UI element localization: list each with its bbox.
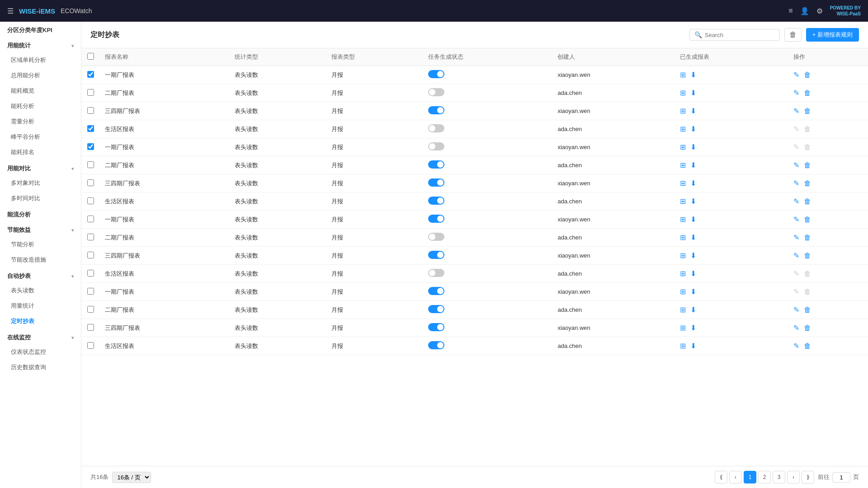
- edit-icon[interactable]: ✎: [793, 305, 799, 314]
- menu-icon[interactable]: ☰: [7, 7, 14, 15]
- page-btn-1[interactable]: 1: [744, 471, 756, 483]
- sidebar-item-peak-analysis[interactable]: 峰平谷分析: [0, 129, 81, 145]
- edit-icon[interactable]: ✎: [793, 143, 799, 151]
- row-checkbox[interactable]: [87, 234, 94, 240]
- sidebar-item-energy-rank[interactable]: 能耗排名: [0, 145, 81, 160]
- sidebar-item-header-reading[interactable]: 表头读数: [0, 283, 81, 298]
- sidebar-item-history-query[interactable]: 历史数据查询: [0, 360, 81, 375]
- delete-icon[interactable]: 🗑: [804, 125, 811, 133]
- sidebar-item-scheduled-meter[interactable]: 定时抄表: [0, 314, 81, 329]
- user-icon[interactable]: 👤: [800, 7, 809, 15]
- sidebar-item-energy-overview[interactable]: 能耗概览: [0, 83, 81, 99]
- delete-icon[interactable]: 🗑: [804, 107, 811, 115]
- row-checkbox[interactable]: [87, 270, 94, 277]
- delete-icon[interactable]: 🗑: [804, 71, 811, 79]
- sidebar-item-multi-time[interactable]: 多时间对比: [0, 191, 81, 206]
- download-icon[interactable]: ⬇: [690, 70, 696, 79]
- row-checkbox[interactable]: [87, 197, 94, 204]
- page-btn-3[interactable]: 3: [773, 471, 785, 483]
- edit-icon[interactable]: ✎: [793, 342, 799, 350]
- download-icon[interactable]: ⬇: [690, 143, 696, 151]
- edit-icon[interactable]: ✎: [793, 161, 799, 169]
- edit-icon[interactable]: ✎: [793, 287, 799, 296]
- page-prev-btn[interactable]: ‹: [729, 471, 742, 483]
- view-icon[interactable]: ⊞: [680, 179, 686, 188]
- download-icon[interactable]: ⬇: [690, 233, 696, 242]
- sidebar-item-multi-object[interactable]: 多对象对比: [0, 175, 81, 191]
- sidebar-item-total-energy[interactable]: 总用能分析: [0, 68, 81, 83]
- delete-icon[interactable]: 🗑: [804, 306, 811, 314]
- delete-icon[interactable]: 🗑: [804, 342, 811, 350]
- sidebar-item-demand-analysis[interactable]: 需量分析: [0, 114, 81, 129]
- page-first-btn[interactable]: ⟪: [715, 471, 727, 483]
- view-icon[interactable]: ⊞: [680, 161, 686, 169]
- sidebar-section-efficiency[interactable]: 节能效益 ▾: [0, 221, 81, 237]
- sidebar-item-zone-analysis[interactable]: 区域单耗分析: [0, 52, 81, 68]
- view-icon[interactable]: ⊞: [680, 70, 686, 79]
- goto-input[interactable]: [832, 472, 850, 483]
- edit-icon[interactable]: ✎: [793, 179, 799, 188]
- view-icon[interactable]: ⊞: [680, 251, 686, 260]
- view-icon[interactable]: ⊞: [680, 107, 686, 115]
- download-icon[interactable]: ⬇: [690, 342, 696, 350]
- delete-icon[interactable]: 🗑: [804, 179, 811, 188]
- edit-icon[interactable]: ✎: [793, 251, 799, 260]
- page-next-btn[interactable]: ›: [787, 471, 800, 483]
- view-icon[interactable]: ⊞: [680, 125, 686, 133]
- delete-icon[interactable]: 🗑: [804, 216, 811, 224]
- page-btn-2[interactable]: 2: [758, 471, 771, 483]
- delete-icon[interactable]: 🗑: [804, 234, 811, 242]
- delete-icon[interactable]: 🗑: [804, 143, 811, 151]
- delete-icon[interactable]: 🗑: [804, 197, 811, 206]
- delete-icon[interactable]: 🗑: [804, 161, 811, 169]
- row-checkbox[interactable]: [87, 107, 94, 114]
- row-checkbox[interactable]: [87, 342, 94, 349]
- view-icon[interactable]: ⊞: [680, 233, 686, 242]
- sidebar-section-kpi[interactable]: 分区分类年度KPI: [0, 22, 81, 37]
- row-checkbox[interactable]: [87, 71, 94, 78]
- delete-button[interactable]: 🗑: [784, 28, 802, 42]
- row-checkbox[interactable]: [87, 288, 94, 295]
- download-icon[interactable]: ⬇: [690, 161, 696, 169]
- view-icon[interactable]: ⊞: [680, 89, 686, 97]
- edit-icon[interactable]: ✎: [793, 70, 799, 79]
- download-icon[interactable]: ⬇: [690, 107, 696, 115]
- select-all-checkbox[interactable]: [87, 53, 94, 60]
- sidebar-item-energy-analysis[interactable]: 能耗分析: [0, 99, 81, 114]
- sidebar-item-meter-status[interactable]: 仪表状态监控: [0, 344, 81, 360]
- row-checkbox[interactable]: [87, 125, 94, 132]
- sidebar-item-usage-stats[interactable]: 用量统计: [0, 298, 81, 314]
- sidebar-section-auto-meter[interactable]: 自动抄表 ▾: [0, 267, 81, 283]
- edit-icon[interactable]: ✎: [793, 215, 799, 224]
- sidebar-item-energy-saving[interactable]: 节能分析: [0, 237, 81, 252]
- row-checkbox[interactable]: [87, 143, 94, 150]
- view-icon[interactable]: ⊞: [680, 197, 686, 206]
- row-checkbox[interactable]: [87, 306, 94, 313]
- edit-icon[interactable]: ✎: [793, 233, 799, 242]
- download-icon[interactable]: ⬇: [690, 287, 696, 296]
- edit-icon[interactable]: ✎: [793, 324, 799, 332]
- download-icon[interactable]: ⬇: [690, 251, 696, 260]
- download-icon[interactable]: ⬇: [690, 197, 696, 206]
- delete-icon[interactable]: 🗑: [804, 324, 811, 332]
- edit-icon[interactable]: ✎: [793, 125, 799, 133]
- delete-icon[interactable]: 🗑: [804, 270, 811, 278]
- per-page-select[interactable]: 16条 / 页 32条 / 页: [112, 472, 151, 483]
- view-icon[interactable]: ⊞: [680, 143, 686, 151]
- list-icon[interactable]: ≡: [788, 7, 793, 15]
- row-checkbox[interactable]: [87, 216, 94, 222]
- row-checkbox[interactable]: [87, 161, 94, 168]
- edit-icon[interactable]: ✎: [793, 89, 799, 97]
- download-icon[interactable]: ⬇: [690, 125, 696, 133]
- sidebar-item-retrofit[interactable]: 节能改造措施: [0, 252, 81, 267]
- row-checkbox[interactable]: [87, 89, 94, 96]
- download-icon[interactable]: ⬇: [690, 269, 696, 278]
- download-icon[interactable]: ⬇: [690, 215, 696, 224]
- row-checkbox[interactable]: [87, 252, 94, 258]
- delete-icon[interactable]: 🗑: [804, 252, 811, 260]
- view-icon[interactable]: ⊞: [680, 324, 686, 332]
- edit-icon[interactable]: ✎: [793, 197, 799, 206]
- sidebar-section-energy-stats[interactable]: 用能统计 ▾: [0, 37, 81, 52]
- page-last-btn[interactable]: ⟫: [802, 471, 814, 483]
- edit-icon[interactable]: ✎: [793, 269, 799, 278]
